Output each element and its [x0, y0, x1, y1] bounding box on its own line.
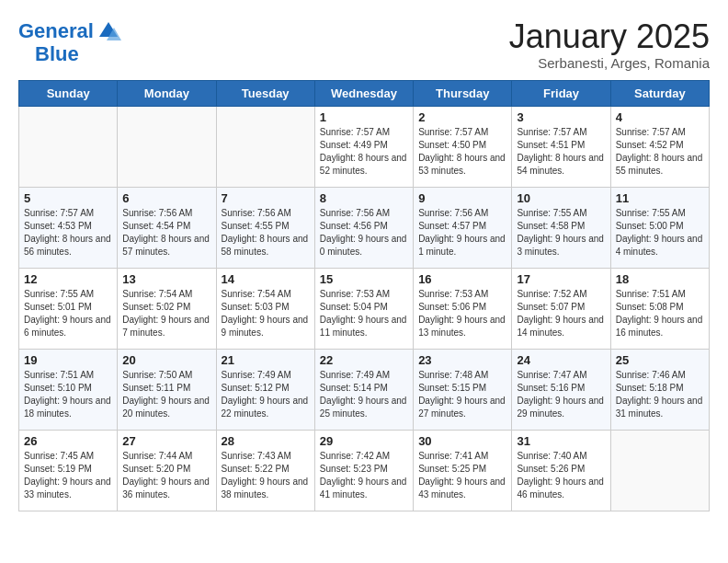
- day-number: 1: [320, 110, 408, 124]
- day-detail-text: Sunrise: 7:54 AM Sunset: 5:02 PM Dayligh…: [122, 288, 210, 339]
- day-detail-text: Sunrise: 7:43 AM Sunset: 5:22 PM Dayligh…: [222, 450, 310, 501]
- col-thursday: Thursday: [414, 80, 512, 106]
- day-number: 12: [24, 272, 112, 286]
- day-detail-text: Sunrise: 7:46 AM Sunset: 5:18 PM Dayligh…: [616, 369, 704, 420]
- table-row: 18Sunrise: 7:51 AM Sunset: 5:08 PM Dayli…: [610, 268, 709, 349]
- day-number: 19: [24, 353, 112, 367]
- logo-general-text: General: [18, 21, 94, 41]
- day-detail-text: Sunrise: 7:53 AM Sunset: 5:04 PM Dayligh…: [320, 288, 408, 339]
- day-detail-text: Sunrise: 7:56 AM Sunset: 4:55 PM Dayligh…: [222, 207, 310, 259]
- day-detail-text: Sunrise: 7:51 AM Sunset: 5:08 PM Dayligh…: [616, 288, 704, 339]
- day-number: 14: [222, 272, 310, 286]
- table-row: [216, 106, 314, 187]
- table-row: 22Sunrise: 7:49 AM Sunset: 5:14 PM Dayli…: [314, 349, 413, 430]
- day-number: 7: [222, 191, 310, 205]
- day-number: 13: [122, 272, 210, 286]
- day-number: 4: [616, 110, 704, 124]
- table-row: 21Sunrise: 7:49 AM Sunset: 5:12 PM Dayli…: [216, 349, 314, 430]
- col-wednesday: Wednesday: [314, 80, 413, 106]
- day-detail-text: Sunrise: 7:48 AM Sunset: 5:15 PM Dayligh…: [418, 369, 506, 420]
- table-row: 6Sunrise: 7:56 AM Sunset: 4:54 PM Daylig…: [118, 187, 216, 268]
- day-number: 31: [517, 434, 605, 448]
- day-detail-text: Sunrise: 7:57 AM Sunset: 4:53 PM Dayligh…: [24, 207, 112, 259]
- day-detail-text: Sunrise: 7:56 AM Sunset: 4:54 PM Dayligh…: [122, 207, 210, 259]
- col-tuesday: Tuesday: [216, 80, 314, 106]
- logo: General Blue: [18, 18, 121, 64]
- table-row: 9Sunrise: 7:56 AM Sunset: 4:57 PM Daylig…: [414, 187, 512, 268]
- day-detail-text: Sunrise: 7:47 AM Sunset: 5:16 PM Dayligh…: [517, 369, 605, 420]
- day-number: 30: [418, 434, 506, 448]
- table-row: 20Sunrise: 7:50 AM Sunset: 5:11 PM Dayli…: [118, 349, 216, 430]
- calendar-week-row: 12Sunrise: 7:55 AM Sunset: 5:01 PM Dayli…: [19, 268, 710, 349]
- day-detail-text: Sunrise: 7:57 AM Sunset: 4:49 PM Dayligh…: [320, 126, 408, 178]
- day-detail-text: Sunrise: 7:55 AM Sunset: 4:58 PM Dayligh…: [517, 207, 605, 259]
- day-number: 11: [616, 191, 704, 205]
- table-row: [610, 430, 709, 511]
- table-row: 3Sunrise: 7:57 AM Sunset: 4:51 PM Daylig…: [512, 106, 610, 187]
- day-detail-text: Sunrise: 7:57 AM Sunset: 4:52 PM Dayligh…: [616, 126, 704, 178]
- day-detail-text: Sunrise: 7:51 AM Sunset: 5:10 PM Dayligh…: [24, 369, 112, 420]
- day-detail-text: Sunrise: 7:42 AM Sunset: 5:23 PM Dayligh…: [320, 450, 408, 501]
- day-detail-text: Sunrise: 7:53 AM Sunset: 5:06 PM Dayligh…: [418, 288, 506, 339]
- day-number: 22: [320, 353, 408, 367]
- table-row: 31Sunrise: 7:40 AM Sunset: 5:26 PM Dayli…: [512, 430, 610, 511]
- table-row: 4Sunrise: 7:57 AM Sunset: 4:52 PM Daylig…: [610, 106, 709, 187]
- day-detail-text: Sunrise: 7:56 AM Sunset: 4:56 PM Dayligh…: [320, 207, 408, 259]
- table-row: 28Sunrise: 7:43 AM Sunset: 5:22 PM Dayli…: [216, 430, 314, 511]
- table-row: 12Sunrise: 7:55 AM Sunset: 5:01 PM Dayli…: [19, 268, 118, 349]
- table-row: 16Sunrise: 7:53 AM Sunset: 5:06 PM Dayli…: [414, 268, 512, 349]
- day-number: 10: [517, 191, 605, 205]
- day-number: 20: [122, 353, 210, 367]
- month-title: January 2025: [509, 18, 710, 55]
- day-detail-text: Sunrise: 7:50 AM Sunset: 5:11 PM Dayligh…: [122, 369, 210, 420]
- day-detail-text: Sunrise: 7:56 AM Sunset: 4:57 PM Dayligh…: [418, 207, 506, 259]
- table-row: 17Sunrise: 7:52 AM Sunset: 5:07 PM Dayli…: [512, 268, 610, 349]
- calendar-week-row: 19Sunrise: 7:51 AM Sunset: 5:10 PM Dayli…: [19, 349, 710, 430]
- col-sunday: Sunday: [19, 80, 118, 106]
- table-row: 8Sunrise: 7:56 AM Sunset: 4:56 PM Daylig…: [314, 187, 413, 268]
- day-number: 15: [320, 272, 408, 286]
- table-row: 1Sunrise: 7:57 AM Sunset: 4:49 PM Daylig…: [314, 106, 413, 187]
- table-row: 5Sunrise: 7:57 AM Sunset: 4:53 PM Daylig…: [19, 187, 118, 268]
- table-row: [118, 106, 216, 187]
- day-detail-text: Sunrise: 7:54 AM Sunset: 5:03 PM Dayligh…: [222, 288, 310, 339]
- day-detail-text: Sunrise: 7:55 AM Sunset: 5:00 PM Dayligh…: [616, 207, 704, 259]
- calendar-week-row: 5Sunrise: 7:57 AM Sunset: 4:53 PM Daylig…: [19, 187, 710, 268]
- day-detail-text: Sunrise: 7:55 AM Sunset: 5:01 PM Dayligh…: [24, 288, 112, 339]
- day-detail-text: Sunrise: 7:41 AM Sunset: 5:25 PM Dayligh…: [418, 450, 506, 501]
- page-header: General Blue January 2025 Serbanesti, Ar…: [18, 18, 710, 71]
- day-number: 26: [24, 434, 112, 448]
- table-row: 13Sunrise: 7:54 AM Sunset: 5:02 PM Dayli…: [118, 268, 216, 349]
- day-detail-text: Sunrise: 7:49 AM Sunset: 5:14 PM Dayligh…: [320, 369, 408, 420]
- calendar-header-row: Sunday Monday Tuesday Wednesday Thursday…: [19, 80, 710, 106]
- table-row: 27Sunrise: 7:44 AM Sunset: 5:20 PM Dayli…: [118, 430, 216, 511]
- logo-icon: [96, 18, 121, 44]
- day-number: 24: [517, 353, 605, 367]
- table-row: 29Sunrise: 7:42 AM Sunset: 5:23 PM Dayli…: [314, 430, 413, 511]
- table-row: 19Sunrise: 7:51 AM Sunset: 5:10 PM Dayli…: [19, 349, 118, 430]
- logo-blue-text: Blue: [35, 44, 79, 64]
- table-row: 10Sunrise: 7:55 AM Sunset: 4:58 PM Dayli…: [512, 187, 610, 268]
- day-detail-text: Sunrise: 7:57 AM Sunset: 4:51 PM Dayligh…: [517, 126, 605, 178]
- table-row: 11Sunrise: 7:55 AM Sunset: 5:00 PM Dayli…: [610, 187, 709, 268]
- day-detail-text: Sunrise: 7:45 AM Sunset: 5:19 PM Dayligh…: [24, 450, 112, 501]
- day-number: 9: [418, 191, 506, 205]
- logo-general-span: General: [18, 19, 94, 42]
- col-monday: Monday: [118, 80, 216, 106]
- table-row: 15Sunrise: 7:53 AM Sunset: 5:04 PM Dayli…: [314, 268, 413, 349]
- col-saturday: Saturday: [610, 80, 709, 106]
- table-row: 23Sunrise: 7:48 AM Sunset: 5:15 PM Dayli…: [414, 349, 512, 430]
- location-subtitle: Serbanesti, Arges, Romania: [509, 55, 710, 71]
- day-number: 8: [320, 191, 408, 205]
- col-friday: Friday: [512, 80, 610, 106]
- table-row: 25Sunrise: 7:46 AM Sunset: 5:18 PM Dayli…: [610, 349, 709, 430]
- day-number: 5: [24, 191, 112, 205]
- day-number: 27: [122, 434, 210, 448]
- day-number: 17: [517, 272, 605, 286]
- day-number: 29: [320, 434, 408, 448]
- day-detail-text: Sunrise: 7:57 AM Sunset: 4:50 PM Dayligh…: [418, 126, 506, 178]
- table-row: 14Sunrise: 7:54 AM Sunset: 5:03 PM Dayli…: [216, 268, 314, 349]
- day-detail-text: Sunrise: 7:44 AM Sunset: 5:20 PM Dayligh…: [122, 450, 210, 501]
- table-row: 2Sunrise: 7:57 AM Sunset: 4:50 PM Daylig…: [414, 106, 512, 187]
- table-row: 24Sunrise: 7:47 AM Sunset: 5:16 PM Dayli…: [512, 349, 610, 430]
